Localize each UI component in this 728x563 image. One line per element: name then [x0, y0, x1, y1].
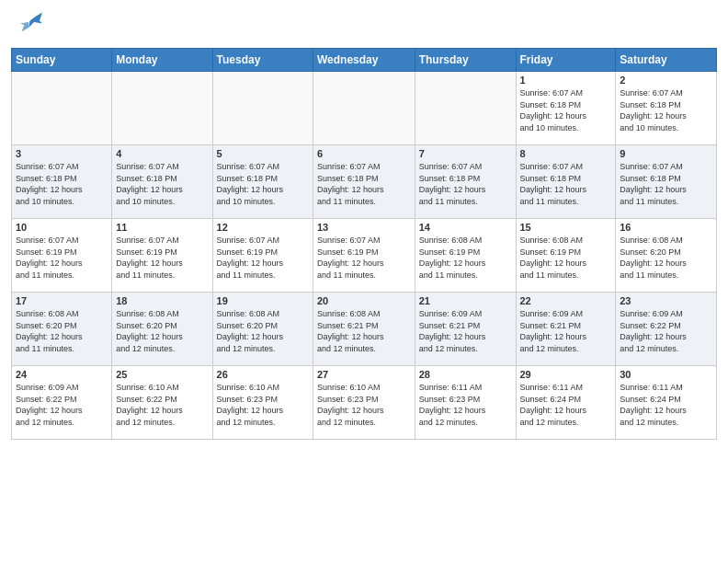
day-number: 4: [116, 148, 208, 159]
day-number: 6: [317, 148, 411, 159]
day-number: 14: [419, 222, 512, 233]
day-info: Sunrise: 6:07 AM Sunset: 6:18 PM Dayligh…: [520, 87, 612, 133]
day-number: 16: [620, 222, 712, 233]
calendar-cell: [112, 72, 212, 145]
day-number: 1: [520, 75, 612, 86]
calendar-header-thursday: Thursday: [415, 49, 516, 72]
calendar-cell: 28Sunrise: 6:11 AM Sunset: 6:23 PM Dayli…: [415, 366, 516, 440]
calendar-cell: 23Sunrise: 6:09 AM Sunset: 6:22 PM Dayli…: [616, 293, 717, 366]
day-number: 9: [620, 148, 712, 159]
calendar-header-monday: Monday: [112, 49, 212, 72]
day-info: Sunrise: 6:07 AM Sunset: 6:18 PM Dayligh…: [16, 161, 108, 207]
calendar-cell: 14Sunrise: 6:08 AM Sunset: 6:19 PM Dayli…: [415, 219, 516, 293]
day-number: 11: [116, 222, 208, 233]
day-info: Sunrise: 6:10 AM Sunset: 6:23 PM Dayligh…: [217, 382, 309, 428]
day-info: Sunrise: 6:08 AM Sunset: 6:21 PM Dayligh…: [317, 308, 411, 354]
day-info: Sunrise: 6:07 AM Sunset: 6:18 PM Dayligh…: [317, 161, 411, 207]
calendar-cell: 21Sunrise: 6:09 AM Sunset: 6:21 PM Dayli…: [415, 293, 516, 366]
calendar-cell: 18Sunrise: 6:08 AM Sunset: 6:20 PM Dayli…: [112, 293, 212, 366]
calendar-cell: 3Sunrise: 6:07 AM Sunset: 6:18 PM Daylig…: [12, 145, 112, 219]
calendar-header-row: SundayMondayTuesdayWednesdayThursdayFrid…: [12, 49, 717, 72]
calendar-cell: 2Sunrise: 6:07 AM Sunset: 6:18 PM Daylig…: [616, 72, 717, 145]
day-info: Sunrise: 6:11 AM Sunset: 6:24 PM Dayligh…: [520, 382, 612, 428]
day-info: Sunrise: 6:07 AM Sunset: 6:18 PM Dayligh…: [620, 161, 712, 207]
day-number: 22: [520, 295, 612, 306]
day-number: 10: [16, 222, 108, 233]
day-number: 27: [317, 369, 411, 380]
day-number: 25: [116, 369, 208, 380]
day-info: Sunrise: 6:08 AM Sunset: 6:20 PM Dayligh…: [620, 235, 712, 281]
calendar-cell: [415, 72, 516, 145]
day-number: 20: [317, 295, 411, 306]
calendar-cell: [212, 72, 313, 145]
day-info: Sunrise: 6:09 AM Sunset: 6:22 PM Dayligh…: [620, 308, 712, 354]
calendar-cell: 8Sunrise: 6:07 AM Sunset: 6:18 PM Daylig…: [516, 145, 616, 219]
day-info: Sunrise: 6:07 AM Sunset: 6:19 PM Dayligh…: [317, 235, 411, 281]
day-number: 26: [217, 369, 309, 380]
day-info: Sunrise: 6:09 AM Sunset: 6:21 PM Dayligh…: [419, 308, 512, 354]
calendar-week-row: 1Sunrise: 6:07 AM Sunset: 6:18 PM Daylig…: [12, 72, 717, 145]
calendar-cell: 26Sunrise: 6:10 AM Sunset: 6:23 PM Dayli…: [212, 366, 313, 440]
calendar-cell: 29Sunrise: 6:11 AM Sunset: 6:24 PM Dayli…: [516, 366, 616, 440]
calendar-header-friday: Friday: [516, 49, 616, 72]
day-number: 17: [16, 295, 108, 306]
day-number: 8: [520, 148, 612, 159]
logo-icon: [15, 11, 42, 39]
calendar-cell: [12, 72, 112, 145]
calendar-header-tuesday: Tuesday: [212, 49, 313, 72]
calendar-cell: 17Sunrise: 6:08 AM Sunset: 6:20 PM Dayli…: [12, 293, 112, 366]
calendar-cell: 25Sunrise: 6:10 AM Sunset: 6:22 PM Dayli…: [112, 366, 212, 440]
day-number: 13: [317, 222, 411, 233]
day-info: Sunrise: 6:10 AM Sunset: 6:22 PM Dayligh…: [116, 382, 208, 428]
svg-marker-1: [20, 22, 28, 32]
calendar-week-row: 3Sunrise: 6:07 AM Sunset: 6:18 PM Daylig…: [12, 145, 717, 219]
calendar-week-row: 10Sunrise: 6:07 AM Sunset: 6:19 PM Dayli…: [12, 219, 717, 293]
day-info: Sunrise: 6:07 AM Sunset: 6:19 PM Dayligh…: [217, 235, 309, 281]
day-info: Sunrise: 6:07 AM Sunset: 6:18 PM Dayligh…: [116, 161, 208, 207]
day-info: Sunrise: 6:07 AM Sunset: 6:18 PM Dayligh…: [419, 161, 512, 207]
day-number: 21: [419, 295, 512, 306]
calendar-cell: 30Sunrise: 6:11 AM Sunset: 6:24 PM Dayli…: [616, 366, 717, 440]
day-number: 2: [620, 75, 712, 86]
day-info: Sunrise: 6:08 AM Sunset: 6:20 PM Dayligh…: [116, 308, 208, 354]
day-info: Sunrise: 6:08 AM Sunset: 6:19 PM Dayligh…: [419, 235, 512, 281]
calendar-cell: 1Sunrise: 6:07 AM Sunset: 6:18 PM Daylig…: [516, 72, 616, 145]
calendar-cell: 4Sunrise: 6:07 AM Sunset: 6:18 PM Daylig…: [112, 145, 212, 219]
calendar-week-row: 24Sunrise: 6:09 AM Sunset: 6:22 PM Dayli…: [12, 366, 717, 440]
calendar-cell: 22Sunrise: 6:09 AM Sunset: 6:21 PM Dayli…: [516, 293, 616, 366]
calendar-cell: 15Sunrise: 6:08 AM Sunset: 6:19 PM Dayli…: [516, 219, 616, 293]
day-number: 23: [620, 295, 712, 306]
day-number: 3: [16, 148, 108, 159]
day-info: Sunrise: 6:09 AM Sunset: 6:22 PM Dayligh…: [16, 382, 108, 428]
day-info: Sunrise: 6:10 AM Sunset: 6:23 PM Dayligh…: [317, 382, 411, 428]
svg-marker-0: [28, 13, 42, 29]
day-number: 29: [520, 369, 612, 380]
day-info: Sunrise: 6:07 AM Sunset: 6:19 PM Dayligh…: [16, 235, 108, 281]
day-number: 18: [116, 295, 208, 306]
calendar-table: SundayMondayTuesdayWednesdayThursdayFrid…: [11, 48, 717, 440]
calendar-cell: 27Sunrise: 6:10 AM Sunset: 6:23 PM Dayli…: [313, 366, 415, 440]
calendar-cell: 6Sunrise: 6:07 AM Sunset: 6:18 PM Daylig…: [313, 145, 415, 219]
calendar-header-sunday: Sunday: [12, 49, 112, 72]
calendar-week-row: 17Sunrise: 6:08 AM Sunset: 6:20 PM Dayli…: [12, 293, 717, 366]
calendar-cell: 24Sunrise: 6:09 AM Sunset: 6:22 PM Dayli…: [12, 366, 112, 440]
day-info: Sunrise: 6:07 AM Sunset: 6:19 PM Dayligh…: [116, 235, 208, 281]
day-info: Sunrise: 6:08 AM Sunset: 6:20 PM Dayligh…: [217, 308, 309, 354]
calendar-cell: 19Sunrise: 6:08 AM Sunset: 6:20 PM Dayli…: [212, 293, 313, 366]
day-info: Sunrise: 6:08 AM Sunset: 6:20 PM Dayligh…: [16, 308, 108, 354]
day-info: Sunrise: 6:07 AM Sunset: 6:18 PM Dayligh…: [217, 161, 309, 207]
calendar-cell: 7Sunrise: 6:07 AM Sunset: 6:18 PM Daylig…: [415, 145, 516, 219]
day-number: 28: [419, 369, 512, 380]
calendar-header-wednesday: Wednesday: [313, 49, 415, 72]
calendar-header-saturday: Saturday: [616, 49, 717, 72]
logo: [11, 11, 42, 39]
calendar-cell: 10Sunrise: 6:07 AM Sunset: 6:19 PM Dayli…: [12, 219, 112, 293]
calendar-cell: 20Sunrise: 6:08 AM Sunset: 6:21 PM Dayli…: [313, 293, 415, 366]
day-number: 5: [217, 148, 309, 159]
day-info: Sunrise: 6:07 AM Sunset: 6:18 PM Dayligh…: [520, 161, 612, 207]
day-info: Sunrise: 6:07 AM Sunset: 6:18 PM Dayligh…: [620, 87, 712, 133]
day-number: 24: [16, 369, 108, 380]
page-header: [11, 11, 717, 39]
day-number: 19: [217, 295, 309, 306]
calendar-cell: 13Sunrise: 6:07 AM Sunset: 6:19 PM Dayli…: [313, 219, 415, 293]
